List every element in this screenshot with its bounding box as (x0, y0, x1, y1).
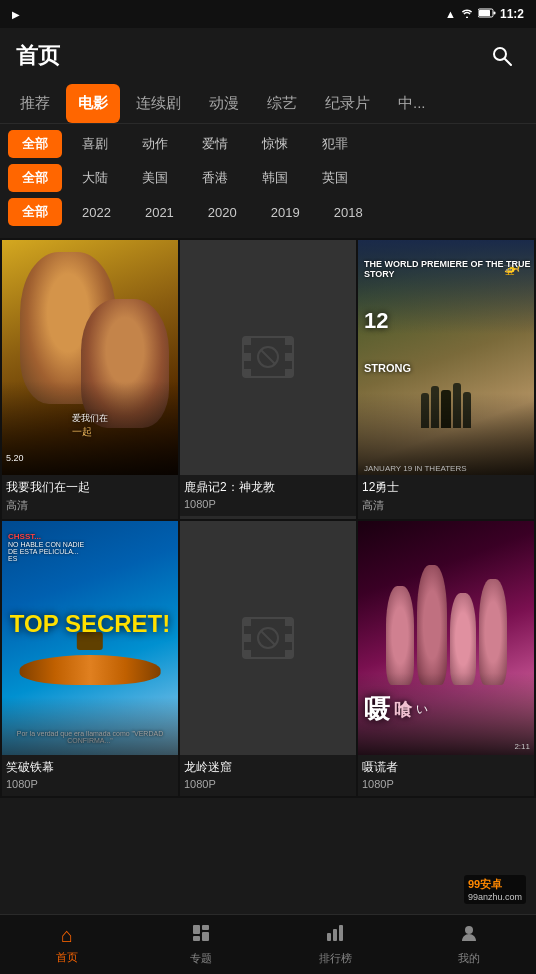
status-bar: ▶ ▲ 11:2 (0, 0, 536, 28)
tab-recommend[interactable]: 推荐 (8, 84, 62, 123)
genre-filter-crime[interactable]: 犯罪 (308, 130, 362, 158)
page-title: 首页 (16, 41, 60, 71)
genre-filter-action[interactable]: 动作 (128, 130, 182, 158)
bottom-nav-special-label: 专题 (190, 951, 212, 966)
region-filter-korea[interactable]: 韩国 (248, 164, 302, 192)
film-placeholder-icon-2 (238, 613, 298, 663)
main-content: 全部 喜剧 动作 爱情 惊悚 犯罪 全部 大陆 美国 香港 韩国 英国 全部 2… (0, 124, 536, 913)
svg-rect-26 (193, 936, 200, 941)
bottom-nav-toplist[interactable]: 排行榜 (268, 923, 402, 966)
movie-info-2: 鹿鼎记2：神龙教 1080P (180, 475, 356, 516)
header: 首页 (0, 28, 536, 84)
movie-info-3: 12勇士 高清 (358, 475, 534, 519)
bottom-nav-home-label: 首页 (56, 950, 78, 965)
status-right: ▲ 11:2 (445, 7, 524, 21)
search-button[interactable] (484, 38, 520, 74)
app-icon: ▶ (12, 9, 20, 20)
movie-title-5: 龙岭迷窟 (184, 759, 352, 776)
bottom-nav-mine[interactable]: 我的 (402, 923, 536, 966)
movie-title-4: 笑破铁幕 (6, 759, 174, 776)
genre-filter-comedy[interactable]: 喜剧 (68, 130, 122, 158)
movie-poster-5 (180, 521, 356, 756)
movie-poster-6: 嗫 喰 い 2:11 (358, 521, 534, 756)
year-filter-2021[interactable]: 2021 (131, 200, 188, 225)
mine-icon (459, 923, 479, 948)
svg-rect-20 (285, 650, 293, 658)
movie-quality-6: 1080P (362, 778, 530, 790)
movie-title-1: 我要我们在一起 (6, 479, 174, 496)
movie-quality-3: 高清 (362, 498, 530, 513)
svg-rect-25 (202, 932, 209, 941)
movie-title-3: 12勇士 (362, 479, 530, 496)
svg-rect-7 (243, 353, 251, 361)
movie-card-6[interactable]: 嗫 喰 い 2:11 嗫谎者 1080P (358, 521, 534, 797)
special-icon (191, 923, 211, 948)
region-filter-usa[interactable]: 美国 (128, 164, 182, 192)
toplist-icon (325, 923, 345, 948)
tab-movie[interactable]: 电影 (66, 84, 120, 123)
bottom-nav: ⌂ 首页 专题 排行榜 我 (0, 914, 536, 974)
tab-anime[interactable]: 动漫 (197, 84, 251, 123)
wifi-icon (460, 8, 474, 20)
svg-line-13 (261, 350, 275, 364)
region-filter-hk[interactable]: 香港 (188, 164, 242, 192)
svg-rect-29 (339, 925, 343, 941)
movie-info-5: 龙岭迷窟 1080P (180, 755, 356, 796)
genre-filter-all[interactable]: 全部 (8, 130, 62, 158)
svg-rect-1 (479, 10, 490, 16)
svg-rect-15 (243, 618, 251, 626)
time-display: 11:2 (500, 7, 524, 21)
region-filter-uk[interactable]: 英国 (308, 164, 362, 192)
region-filter-row: 全部 大陆 美国 香港 韩国 英国 (8, 164, 528, 192)
year-filter-2019[interactable]: 2019 (257, 200, 314, 225)
year-filter-2018[interactable]: 2018 (320, 200, 377, 225)
movie-card-4[interactable]: CHSST... NO HABLE CON NADIEDE ESTA PELIC… (2, 521, 178, 797)
bottom-nav-mine-label: 我的 (458, 951, 480, 966)
movie-title-2: 鹿鼎记2：神龙教 (184, 479, 352, 496)
svg-rect-6 (243, 337, 251, 345)
genre-filter-thriller[interactable]: 惊悚 (248, 130, 302, 158)
svg-point-30 (465, 926, 473, 934)
movie-poster-4: CHSST... NO HABLE CON NADIEDE ESTA PELIC… (2, 521, 178, 756)
svg-rect-10 (285, 353, 293, 361)
movie-poster-3: 🚁 THE WORLD PREMIERE OF THE TRUE STORY 1… (358, 240, 534, 475)
movie-poster-2 (180, 240, 356, 475)
movie-info-6: 嗫谎者 1080P (358, 755, 534, 796)
year-filter-row: 全部 2022 2021 2020 2019 2018 (8, 198, 528, 226)
svg-rect-11 (285, 369, 293, 377)
signal-icon: ▲ (445, 8, 456, 20)
svg-rect-19 (285, 634, 293, 642)
svg-rect-28 (333, 929, 337, 941)
watermark: 99安卓 99anzhu.com (464, 875, 526, 904)
tab-documentary[interactable]: 纪录片 (313, 84, 382, 123)
movie-info-4: 笑破铁幕 1080P (2, 755, 178, 796)
genre-filter-romance[interactable]: 爱情 (188, 130, 242, 158)
bottom-nav-special[interactable]: 专题 (134, 923, 268, 966)
movie-card-2[interactable]: 鹿鼎记2：神龙教 1080P (180, 240, 356, 519)
year-filter-all[interactable]: 全部 (8, 198, 62, 226)
bottom-nav-toplist-label: 排行榜 (319, 951, 352, 966)
movie-card-3[interactable]: 🚁 THE WORLD PREMIERE OF THE TRUE STORY 1… (358, 240, 534, 519)
tab-variety[interactable]: 综艺 (255, 84, 309, 123)
svg-rect-17 (243, 650, 251, 658)
tab-other[interactable]: 中... (386, 84, 438, 123)
svg-line-22 (261, 631, 275, 645)
year-filter-2020[interactable]: 2020 (194, 200, 251, 225)
region-filter-mainland[interactable]: 大陆 (68, 164, 122, 192)
svg-rect-27 (327, 933, 331, 941)
bottom-nav-home[interactable]: ⌂ 首页 (0, 924, 134, 965)
year-filter-2022[interactable]: 2022 (68, 200, 125, 225)
search-icon (490, 44, 514, 68)
movie-quality-4: 1080P (6, 778, 174, 790)
movie-card-1[interactable]: 爱我们在一起 5.20 我要我们在一起 高清 (2, 240, 178, 519)
svg-point-3 (494, 48, 506, 60)
film-placeholder-icon (238, 332, 298, 382)
movie-title-6: 嗫谎者 (362, 759, 530, 776)
tab-series[interactable]: 连续剧 (124, 84, 193, 123)
home-icon: ⌂ (61, 924, 73, 947)
status-left: ▶ (12, 9, 20, 20)
region-filter-all[interactable]: 全部 (8, 164, 62, 192)
battery-icon (478, 8, 496, 20)
genre-filter-row: 全部 喜剧 动作 爱情 惊悚 犯罪 (8, 130, 528, 158)
movie-card-5[interactable]: 龙岭迷窟 1080P (180, 521, 356, 797)
